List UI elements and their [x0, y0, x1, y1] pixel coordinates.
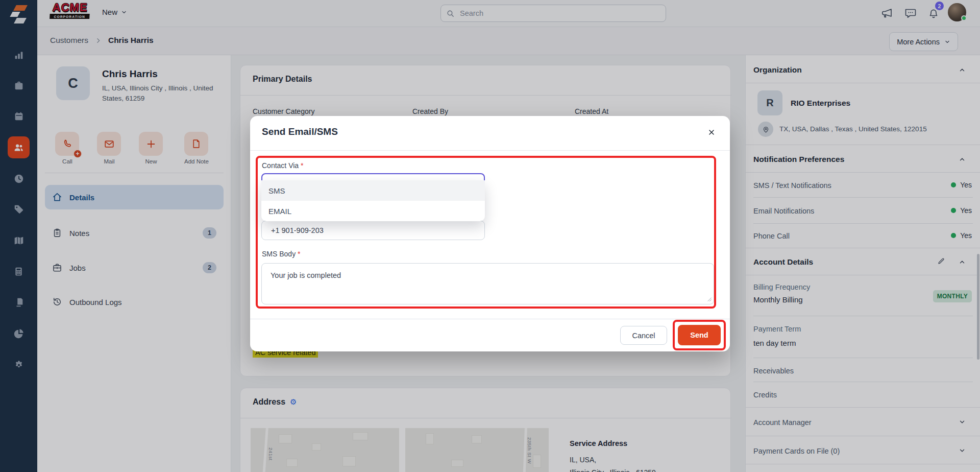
option-email[interactable]: EMAIL: [261, 201, 485, 221]
divider: [250, 319, 730, 319]
option-sms[interactable]: SMS: [261, 180, 485, 201]
required-asterisk: *: [298, 250, 300, 258]
phone-number-input[interactable]: [261, 221, 485, 240]
required-asterisk: *: [301, 161, 303, 170]
cancel-button[interactable]: Cancel: [620, 326, 667, 345]
app-screen: ACME CORPORATION New 2 Customers Chris H…: [0, 0, 980, 472]
resize-handle-icon[interactable]: [706, 296, 712, 302]
sms-body-textarea[interactable]: Your job is completed: [261, 263, 714, 304]
close-icon[interactable]: [707, 128, 716, 136]
divider: [250, 150, 730, 151]
send-email-sms-modal: Send Email/SMS Contact Via * SMS EMAIL S…: [250, 116, 730, 351]
send-button[interactable]: Send: [678, 325, 721, 345]
contact-via-dropdown: SMS EMAIL: [261, 180, 485, 221]
modal-title: Send Email/SMS: [262, 126, 338, 137]
sms-body-label: SMS Body *: [262, 250, 300, 258]
contact-via-label: Contact Via *: [262, 161, 303, 170]
